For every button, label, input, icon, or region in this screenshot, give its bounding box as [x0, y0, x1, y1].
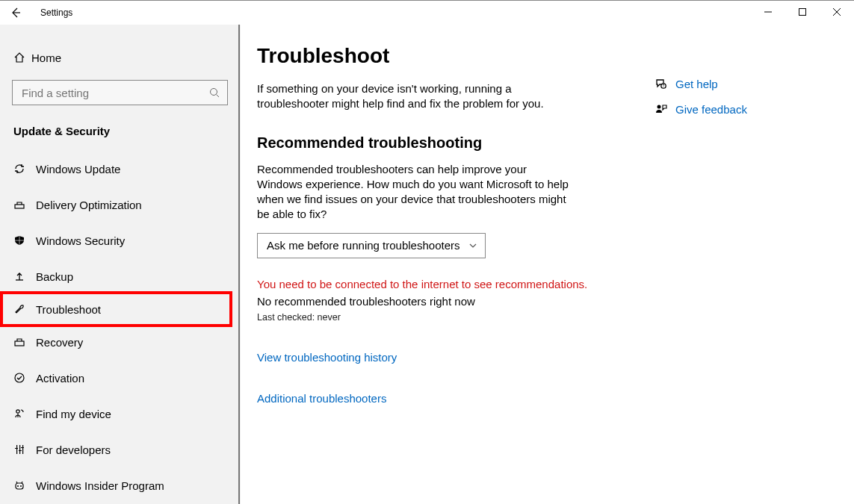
svg-point-21: [20, 485, 22, 487]
svg-text:?: ?: [663, 84, 665, 88]
sidebar-item-find-my-device[interactable]: Find my device: [0, 396, 240, 432]
section-title-recommended: Recommended troubleshooting: [257, 134, 640, 152]
sidebar-category: Update & Security: [0, 119, 240, 151]
svg-rect-15: [22, 445, 23, 454]
home-icon: [13, 52, 31, 63]
minimize-button[interactable]: [751, 1, 785, 23]
svg-rect-14: [19, 445, 20, 454]
main-column: Troubleshoot If something on your device…: [257, 44, 640, 504]
wrench-icon: [13, 303, 36, 315]
content-area: Troubleshoot If something on your device…: [241, 25, 854, 504]
sidebar-item-recovery[interactable]: Recovery: [0, 324, 240, 360]
window-title: Settings: [40, 7, 72, 18]
svg-rect-2: [799, 9, 806, 16]
sync-icon: [13, 163, 36, 175]
sidebar-item-label: Delivery Optimization: [36, 199, 142, 211]
sidebar-item-label: For developers: [36, 444, 111, 456]
last-checked-text: Last checked: never: [257, 312, 640, 323]
shield-icon: [13, 234, 36, 246]
back-button[interactable]: [0, 1, 31, 25]
search-box[interactable]: [12, 80, 228, 105]
sidebar-home-label: Home: [31, 52, 61, 64]
feedback-icon: [655, 102, 675, 116]
sidebar-scrollbar[interactable]: [238, 25, 240, 504]
svg-point-24: [657, 105, 661, 109]
sidebar-item-label: Windows Update: [36, 163, 120, 175]
additional-troubleshooters-link[interactable]: Additional troubleshooters: [257, 392, 640, 405]
svg-rect-16: [15, 448, 18, 449]
sidebar-item-label: Recovery: [36, 336, 83, 349]
give-feedback-link[interactable]: Give feedback: [655, 102, 747, 116]
titlebar: Settings: [0, 1, 854, 25]
settings-window: Settings Home: [0, 0, 854, 504]
sidebar-item-label: Troubleshoot: [36, 303, 101, 316]
svg-rect-10: [15, 341, 24, 346]
recommended-text: Recommended troubleshooters can help imp…: [257, 162, 571, 223]
sidebar-item-label: Find my device: [36, 408, 111, 420]
svg-rect-7: [15, 205, 24, 208]
no-recommended-text: No recommended troubleshooters right now: [257, 295, 640, 308]
sidebar-item-delivery-optimization[interactable]: Delivery Optimization: [0, 187, 240, 223]
svg-line-6: [217, 95, 220, 98]
sidebar-items: Windows Update Delivery Optimization Win…: [0, 151, 240, 503]
sidebar-item-backup[interactable]: Backup: [0, 258, 240, 294]
sidebar-item-windows-insider[interactable]: Windows Insider Program: [0, 467, 240, 503]
sidebar-item-label: Windows Security: [36, 234, 125, 247]
window-controls: [751, 1, 854, 23]
troubleshoot-preference-dropdown[interactable]: Ask me before running troubleshooters: [257, 233, 486, 258]
give-feedback-label: Give feedback: [675, 103, 747, 116]
aside-column: ? Get help Give feedback: [655, 44, 747, 504]
insider-icon: [13, 479, 36, 491]
get-help-link[interactable]: ? Get help: [655, 77, 747, 90]
svg-point-20: [17, 485, 19, 487]
dropdown-value: Ask me before running troubleshooters: [267, 239, 460, 252]
sidebar-item-windows-update[interactable]: Windows Update: [0, 151, 240, 187]
recovery-icon: [13, 336, 36, 348]
svg-rect-17: [19, 450, 22, 451]
sidebar: Home Update & Security Windows Update: [0, 25, 241, 504]
check-icon: [13, 372, 36, 384]
sidebar-item-activation[interactable]: Activation: [0, 360, 240, 396]
sidebar-home[interactable]: Home: [0, 43, 240, 72]
get-help-label: Get help: [675, 78, 718, 90]
help-icon: ?: [655, 77, 675, 90]
close-button[interactable]: [820, 1, 854, 23]
backup-icon: [13, 270, 36, 282]
sidebar-item-label: Windows Insider Program: [36, 479, 164, 492]
sidebar-item-label: Backup: [36, 270, 73, 283]
search-icon: [209, 87, 220, 98]
svg-rect-18: [21, 447, 24, 448]
delivery-icon: [13, 199, 36, 211]
sidebar-item-for-developers[interactable]: For developers: [0, 432, 240, 467]
intro-text: If something on your device isn't workin…: [257, 81, 571, 112]
svg-point-11: [15, 373, 24, 382]
sidebar-item-windows-security[interactable]: Windows Security: [0, 223, 240, 258]
maximize-button[interactable]: [785, 1, 820, 23]
search-input[interactable]: [20, 86, 209, 100]
view-history-link[interactable]: View troubleshooting history: [257, 351, 640, 364]
svg-point-12: [16, 410, 19, 413]
sidebar-item-troubleshoot[interactable]: Troubleshoot: [0, 291, 232, 327]
chevron-down-icon: [468, 241, 477, 250]
page-title: Troubleshoot: [257, 44, 640, 68]
internet-warning: You need to be connected to the internet…: [257, 278, 640, 290]
svg-rect-13: [16, 445, 17, 454]
svg-point-5: [211, 89, 217, 96]
svg-rect-19: [16, 483, 23, 489]
developer-icon: [13, 444, 36, 455]
sidebar-item-label: Activation: [36, 372, 84, 385]
find-device-icon: [13, 408, 36, 420]
